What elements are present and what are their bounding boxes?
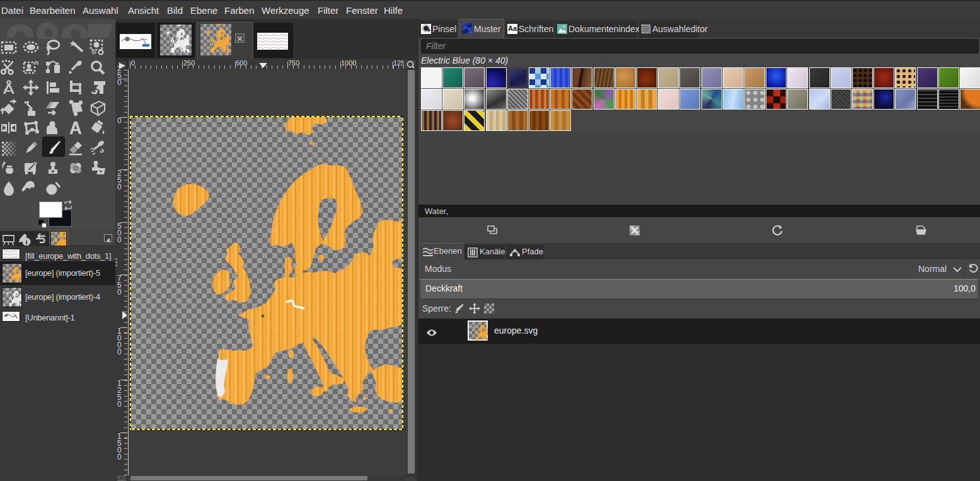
svg-text:i: i — [25, 238, 27, 246]
